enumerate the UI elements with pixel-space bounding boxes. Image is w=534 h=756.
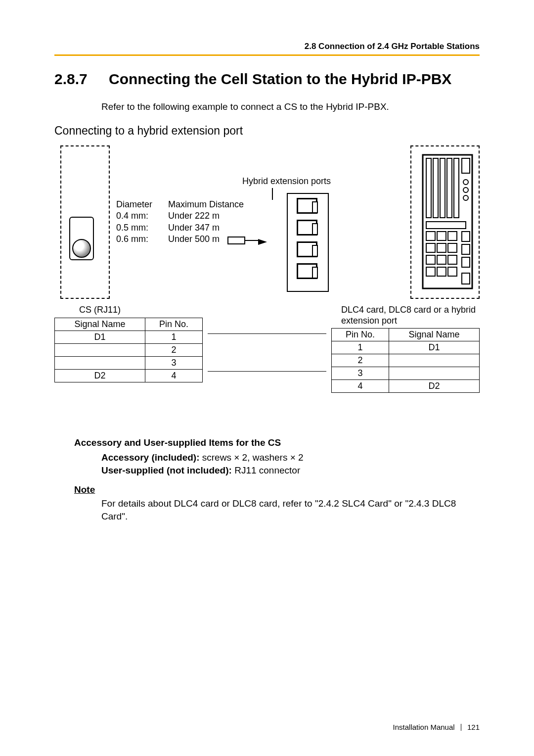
page-footer: Installation Manual 121 [393,723,480,731]
svg-rect-24 [462,244,470,254]
svg-point-21 [463,188,468,192]
table-row: 2 [55,343,203,356]
svg-rect-14 [437,255,446,264]
port-icon [297,198,317,214]
footer-separator [461,724,461,731]
svg-rect-13 [426,255,435,264]
cable-distance-table: DiameterMaximum Distance 0.4 mm:Under 22… [116,199,244,245]
svg-rect-17 [437,267,446,276]
note-text: For details about DLC4 card or DLC8 card… [101,497,480,522]
svg-rect-1 [426,158,431,218]
svg-rect-12 [448,243,457,252]
pinout-area: CS (RJ11) Signal NamePin No. D11 2 3 D24… [54,305,480,393]
cell-station-jack-icon [72,239,91,258]
svg-rect-16 [426,267,435,276]
cable-row: Under 222 m [168,210,220,222]
running-header: 2.8 Connection of 2.4 GHz Portable Stati… [54,42,480,51]
subsection-heading: Connecting to a hybrid extension port [54,124,480,138]
cable-row: 0.4 mm: [116,210,168,222]
port-icon [297,241,317,257]
section-heading: 2.8.7Connecting the Cell Station to the … [54,71,480,88]
svg-point-22 [463,195,468,200]
svg-rect-8 [437,232,446,240]
svg-point-20 [463,180,468,185]
note-heading: Note [74,484,480,495]
svg-rect-6 [426,222,466,229]
pin-wires [208,305,326,393]
intro-text: Refer to the following example to connec… [101,101,480,112]
accessory-user-supplied: User-supplied (not included): RJ11 conne… [101,464,480,477]
svg-rect-25 [462,257,470,267]
svg-rect-5 [454,158,459,218]
hybrid-ports-leader [272,188,273,200]
svg-rect-3 [440,158,445,218]
cable-header-diameter: Diameter [116,199,168,210]
rj11-plug-icon [227,236,245,244]
table-row: 1D1 [332,341,480,354]
section-number: 2.8.7 [54,71,109,88]
pbx-chassis-icon [420,152,475,291]
cable-row: Under 347 m [168,222,220,234]
footer-manual: Installation Manual [393,723,455,731]
svg-rect-10 [426,243,435,252]
cable-row: 0.6 mm: [116,234,168,245]
svg-rect-2 [433,158,438,218]
cable-row: Under 500 m [168,234,220,245]
svg-rect-9 [448,232,457,240]
col-header: Signal Name [389,329,479,341]
accessory-heading: Accessory and User-supplied Items for th… [74,437,480,448]
section-title: Connecting the Cell Station to the Hybri… [109,71,451,87]
left-pin-table: Signal NamePin No. D11 2 3 D24 [54,318,203,382]
svg-rect-15 [448,255,457,264]
cable-header-distance: Maximum Distance [168,199,244,210]
hybrid-ports-label: Hybrid extension ports [242,176,331,187]
svg-rect-26 [462,273,470,284]
table-row: D24 [55,369,203,382]
table-row: 2 [332,354,480,367]
port-icon [297,220,317,236]
right-pin-caption: DLC4 card, DLC8 card or a hybrid extensi… [341,305,480,326]
footer-page-number: 121 [467,723,480,731]
cable-row: 0.5 mm: [116,222,168,234]
table-row: 3 [332,367,480,380]
col-header: Signal Name [55,318,145,331]
table-row: D11 [55,331,203,343]
connection-diagram: DiameterMaximum Distance 0.4 mm:Under 22… [54,142,480,301]
svg-rect-4 [447,158,452,218]
left-pin-caption: CS (RJ11) [79,305,203,316]
svg-rect-19 [462,158,470,173]
accessory-included: Accessory (included): screws × 2, washer… [101,451,480,464]
svg-rect-18 [448,267,457,276]
table-row: 3 [55,356,203,369]
col-header: Pin No. [332,329,389,341]
header-rule [54,54,480,56]
svg-rect-11 [437,243,446,252]
right-pin-table: Pin No.Signal Name 1D1 2 3 4D2 [331,328,480,393]
col-header: Pin No. [145,318,203,331]
svg-rect-7 [426,232,435,240]
svg-rect-23 [462,232,470,241]
port-icon [297,263,317,279]
arrow-line [245,240,259,241]
table-row: 4D2 [332,380,480,393]
